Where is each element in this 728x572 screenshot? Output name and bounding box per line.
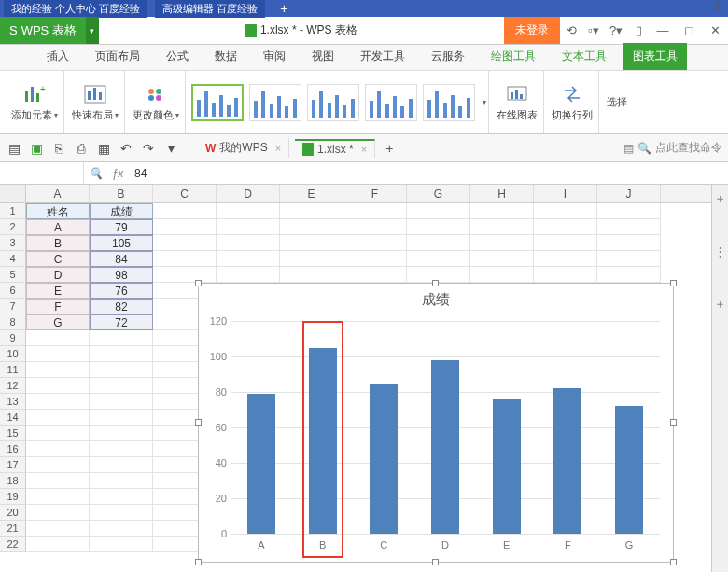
close-button[interactable]: ✕ <box>702 23 728 37</box>
ribbon-tab[interactable]: 开发工具 <box>351 43 414 70</box>
ribbon-toggle-icon[interactable]: ▯ <box>627 23 650 37</box>
resize-handle[interactable] <box>195 419 202 426</box>
app-menu-caret[interactable]: ▾ <box>86 17 99 44</box>
cell[interactable] <box>280 219 343 235</box>
row-header[interactable]: 7 <box>0 299 26 314</box>
spreadsheet-grid[interactable]: ABCDEFGHIJ 1姓名成绩2A793B1054C845D986E767F8… <box>0 185 728 572</box>
cell[interactable] <box>217 267 280 283</box>
ribbon-tab[interactable]: 图表工具 <box>623 43 687 70</box>
column-header[interactable]: H <box>470 185 534 202</box>
cell[interactable] <box>407 267 470 283</box>
list-icon[interactable]: ▤ <box>623 142 634 155</box>
cell[interactable] <box>26 378 90 394</box>
chart-bar[interactable]: G <box>615 406 643 534</box>
fx-icon[interactable]: 🔍 <box>84 167 106 180</box>
cell[interactable] <box>153 235 217 251</box>
chart-style-thumb[interactable] <box>249 84 301 121</box>
column-header[interactable]: B <box>90 185 153 202</box>
panel-handle-icon[interactable]: ⋮ <box>714 244 726 258</box>
ribbon-tab[interactable]: 数据 <box>205 43 246 70</box>
chart-style-thumb[interactable] <box>365 84 417 121</box>
file-tab-mywps[interactable]: W 我的WPS × <box>198 138 289 158</box>
browser-new-tab[interactable]: + <box>273 0 295 18</box>
minimize-button[interactable]: — <box>650 23 676 37</box>
qat-more-icon[interactable]: ▾ <box>162 141 179 156</box>
cell[interactable] <box>597 235 661 251</box>
cell[interactable] <box>90 426 153 441</box>
cell[interactable] <box>407 235 470 251</box>
cell[interactable] <box>90 394 153 410</box>
resize-handle[interactable] <box>670 419 677 426</box>
cell[interactable] <box>470 235 534 251</box>
cell[interactable] <box>153 219 217 235</box>
cell[interactable] <box>90 521 153 537</box>
cell[interactable] <box>26 362 90 378</box>
cell[interactable] <box>280 235 343 251</box>
cell[interactable]: D <box>26 267 90 283</box>
cell[interactable]: 72 <box>90 314 153 330</box>
column-header[interactable]: G <box>407 185 470 202</box>
cell[interactable] <box>217 203 280 219</box>
cell[interactable] <box>90 441 153 457</box>
ribbon-tab[interactable]: 公式 <box>157 43 198 70</box>
row-header[interactable]: 11 <box>0 362 26 378</box>
cell[interactable]: A <box>26 219 90 235</box>
cell[interactable]: C <box>26 251 90 267</box>
name-box[interactable] <box>0 162 84 184</box>
gallery-more-button[interactable]: ▾ <box>481 71 489 133</box>
redo-icon[interactable]: ↷ <box>140 141 157 156</box>
cell[interactable] <box>534 203 597 219</box>
cell[interactable] <box>470 219 534 235</box>
cell[interactable] <box>153 251 217 267</box>
row-header[interactable]: 21 <box>0 521 26 537</box>
cell[interactable] <box>26 537 90 552</box>
close-icon[interactable]: × <box>275 143 281 154</box>
cell[interactable] <box>280 267 343 283</box>
new-tab-button[interactable]: + <box>381 141 398 156</box>
resize-handle[interactable] <box>195 280 202 286</box>
search-command-input[interactable]: 点此查找命令 <box>655 140 722 156</box>
panel-plus-icon[interactable]: ＋ <box>714 296 726 313</box>
maximize-button[interactable]: ◻ <box>676 23 702 37</box>
row-header[interactable]: 9 <box>0 330 26 346</box>
fx-label[interactable]: ƒx <box>106 167 129 180</box>
chart-title[interactable]: 成绩 <box>199 284 673 316</box>
browser-tab[interactable]: 我的经验 个人中心 百度经验 <box>4 0 147 18</box>
cell[interactable] <box>597 219 661 235</box>
cell[interactable] <box>90 505 153 521</box>
cell[interactable] <box>26 426 90 441</box>
row-header[interactable]: 19 <box>0 489 26 505</box>
cell[interactable] <box>90 378 153 394</box>
cell[interactable] <box>470 251 534 267</box>
chart-style-thumb[interactable] <box>423 84 475 121</box>
cell[interactable]: 82 <box>90 299 153 314</box>
cell[interactable]: 105 <box>90 235 153 251</box>
cell[interactable]: E <box>26 283 90 299</box>
quick-layout-button[interactable]: 快速布局▾ <box>66 71 125 133</box>
save-icon[interactable]: ▣ <box>28 141 45 156</box>
row-header[interactable]: 10 <box>0 346 26 362</box>
cell[interactable] <box>217 219 280 235</box>
row-header[interactable]: 5 <box>0 267 26 283</box>
cell[interactable] <box>26 330 90 346</box>
row-header[interactable]: 2 <box>0 219 26 235</box>
cell[interactable] <box>26 457 90 473</box>
chart-bar[interactable]: F <box>553 388 581 534</box>
cell[interactable] <box>26 505 90 521</box>
cell[interactable] <box>470 267 534 283</box>
cell[interactable] <box>534 251 597 267</box>
add-element-button[interactable]: + 添加元素▾ <box>6 71 64 133</box>
row-header[interactable]: 12 <box>0 378 26 394</box>
cell[interactable] <box>343 235 407 251</box>
cell[interactable] <box>90 473 153 489</box>
sync-icon[interactable]: ⟲ <box>560 23 582 37</box>
cell[interactable] <box>407 251 470 267</box>
cell[interactable] <box>26 489 90 505</box>
row-header[interactable]: 18 <box>0 473 26 489</box>
menu-icon[interactable]: ▤ <box>6 141 22 156</box>
column-header[interactable]: J <box>597 185 661 202</box>
login-button[interactable]: 未登录 <box>504 17 560 44</box>
cell[interactable] <box>407 219 470 235</box>
row-header[interactable]: 4 <box>0 251 26 267</box>
row-header[interactable]: 16 <box>0 441 26 457</box>
